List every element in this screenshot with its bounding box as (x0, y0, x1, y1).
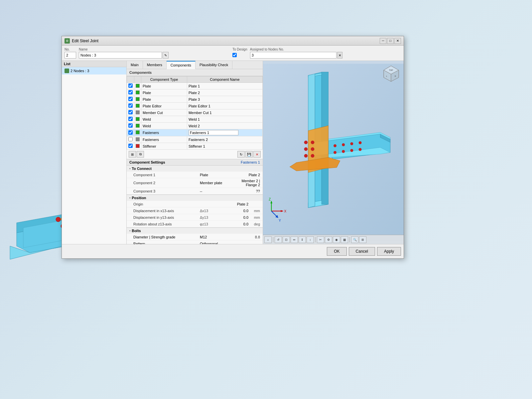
refresh-button[interactable]: ↻ (237, 151, 245, 158)
assigned-input[interactable] (250, 52, 336, 59)
components-section-header: Components (127, 69, 263, 76)
svg-point-43 (359, 141, 361, 144)
comp-check-4[interactable] (128, 110, 133, 114)
list-item-0[interactable]: 2 Nodes : 3 (62, 67, 126, 74)
dialog-title-text: Edit Steel Joint (72, 39, 98, 43)
view-fit-button[interactable]: ⊞ (359, 236, 366, 243)
ok-button[interactable]: OK (327, 247, 346, 256)
connect-row-0: Component 1 Plate Plate 2 (127, 172, 263, 178)
comp-check-3[interactable] (128, 103, 133, 108)
view-ymirror-button[interactable]: ⇕ (299, 236, 306, 243)
3d-view-panel: X Z Y (263, 61, 404, 244)
list-item-label: 2 Nodes : 3 (70, 69, 89, 73)
apply-button[interactable]: Apply (377, 247, 401, 256)
middle-panel: Main Members Components Plausibility Che… (127, 61, 263, 244)
svg-point-42 (350, 149, 353, 152)
comp-check-7[interactable] (128, 130, 133, 135)
view-display-button[interactable]: ▦ (341, 236, 348, 243)
comp-type-2: Plate (141, 96, 187, 103)
window-controls: ─ □ ✕ (380, 38, 401, 44)
view-rotate-button[interactable]: ↺ (275, 236, 282, 243)
tab-plausibility[interactable]: Plausibility Check (196, 61, 232, 69)
collapse-icon-bolts: ▪ (129, 229, 130, 232)
comp-name-7 (187, 129, 262, 136)
dialog-window: ⚙ Edit Steel Joint ─ □ ✕ No. Name ✎ (62, 36, 404, 259)
svg-point-15 (56, 217, 61, 222)
cube-navigator[interactable]: TOP L R (382, 64, 400, 82)
svg-text:Y: Y (279, 219, 281, 222)
add-component-button[interactable]: ⊞ (129, 151, 136, 158)
tab-main[interactable]: Main (127, 61, 143, 69)
position-header[interactable]: ▪ Position (127, 195, 263, 201)
view-wireframe-button[interactable]: ⊡ (283, 236, 290, 243)
minimize-button[interactable]: ─ (380, 38, 386, 44)
to-connect-title: To Connect (132, 167, 152, 171)
assigned-clear-button[interactable]: ✕ (337, 52, 342, 59)
position-origin-value: Plate 2 (200, 202, 248, 206)
bolts-header[interactable]: ▪ Bolts (127, 228, 263, 234)
comp-check-2[interactable] (128, 97, 133, 101)
comp-name-5: Weld 1 (187, 116, 262, 123)
view-xmirror-button[interactable]: ⇔ (291, 236, 298, 243)
maximize-button[interactable]: □ (387, 38, 394, 44)
bolts-section: ▪ Bolts Diameter | Strength grade M12 8.… (127, 228, 263, 244)
comp-name-1: Plate 2 (187, 89, 262, 96)
view-clip-button[interactable]: ✂ (317, 236, 324, 243)
name-input[interactable] (79, 52, 162, 59)
dialog-content: List 2 Nodes : 3 Main Members Components… (62, 61, 404, 244)
no-input[interactable] (65, 52, 76, 59)
close-button[interactable]: ✕ (394, 38, 401, 44)
comp-check-6[interactable] (128, 123, 133, 128)
position-section: ▪ Position Origin Plate 2 Displacement i… (127, 195, 263, 228)
svg-point-38 (342, 143, 345, 146)
connect-val1-2: ?? (230, 189, 260, 193)
name-edit-button[interactable]: ✎ (163, 52, 169, 59)
pos-label-0: Displacement in x13-axis (133, 209, 200, 213)
bolt-row-0: Diameter | Strength grade M12 8.8 (127, 234, 263, 240)
to-design-checkbox[interactable] (232, 53, 237, 57)
comp-check-0[interactable] (128, 83, 133, 88)
svg-text:X: X (284, 209, 286, 213)
pos-val-2: 0.0 (213, 222, 248, 226)
bolt-label-0: Diameter | Strength grade (133, 235, 200, 239)
connect-label-1: Component 2 (133, 181, 200, 185)
comp-check-8[interactable] (128, 137, 133, 141)
comp-type-0: Plate (141, 83, 187, 89)
view-home-button[interactable]: ⌂ (264, 236, 272, 243)
comp-check-1[interactable] (128, 90, 133, 94)
to-connect-section: ▪ To Connect Component 1 Plate Plate 2 C… (127, 166, 263, 195)
svg-point-33 (311, 154, 314, 158)
save-button[interactable]: 💾 (245, 151, 253, 158)
comp-type-3: Plate Editor (141, 103, 187, 109)
comp-name-2: Plate 3 (187, 96, 262, 103)
tab-components[interactable]: Components (167, 61, 196, 69)
comp-check-9[interactable] (128, 144, 133, 148)
comp-check-5[interactable] (128, 117, 133, 121)
collapse-icon-pos: ▪ (129, 196, 130, 200)
title-icon: ⚙ (65, 38, 70, 44)
view-render-button[interactable]: ◉ (333, 236, 340, 243)
connect-row-2: Component 3 -- ?? (127, 188, 263, 195)
view-zmirror-button[interactable]: ↕ (307, 236, 314, 243)
col-check (127, 76, 134, 83)
tabs-container: Main Members Components Plausibility Che… (127, 61, 263, 69)
svg-point-36 (304, 154, 308, 158)
view-settings-button[interactable]: ⚙ (325, 236, 332, 243)
to-design-label: To Design (232, 48, 247, 51)
cancel-button[interactable]: Cancel (349, 247, 375, 256)
tab-members[interactable]: Members (143, 61, 167, 69)
pos-val-0: 0.0 (213, 209, 248, 213)
comp-color-4 (136, 110, 140, 114)
view-zoom-button[interactable]: 🔍 (351, 236, 358, 243)
settings-title: Component Settings (129, 160, 165, 164)
svg-point-31 (311, 141, 314, 144)
to-connect-header[interactable]: ▪ To Connect (127, 166, 263, 172)
comp-color-3 (136, 104, 140, 108)
3d-view[interactable]: X Z Y (263, 61, 404, 244)
copy-component-button[interactable]: ⧉ (137, 151, 144, 158)
table-row: Plate Plate 3 (127, 96, 263, 103)
comp-type-1: Plate (141, 89, 187, 96)
delete-button[interactable]: ✕ (253, 151, 261, 158)
table-row: Member Cut Member Cut 1 (127, 109, 263, 116)
component-toolbar: ⊞ ⧉ ↻ 💾 ✕ (127, 150, 263, 159)
